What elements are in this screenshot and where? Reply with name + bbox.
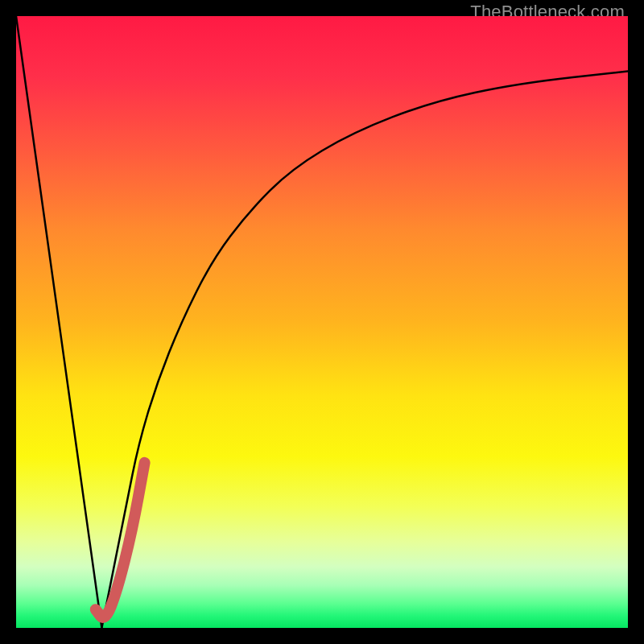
curve-layer <box>16 16 628 628</box>
plot-area <box>16 16 628 628</box>
chart-frame: TheBottleneck.com <box>0 0 644 644</box>
bottleneck-left-line <box>16 16 101 628</box>
bottleneck-right-line <box>101 71 628 628</box>
